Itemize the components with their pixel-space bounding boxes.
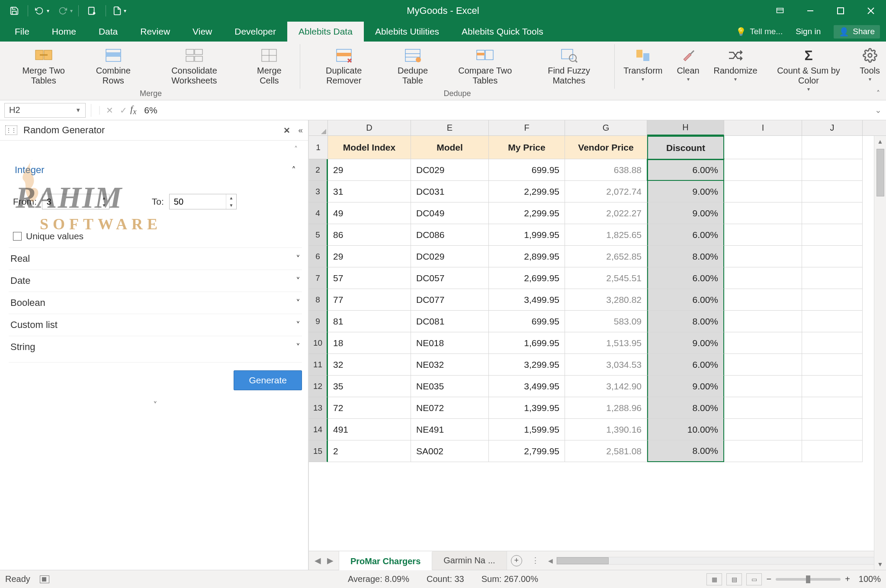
section-string[interactable]: String˅ [9,336,302,358]
cell[interactable]: DC031 [411,181,489,202]
cell[interactable] [724,332,802,354]
save-icon[interactable] [3,0,26,22]
cell[interactable]: 1,599.95 [489,419,565,440]
spin-down-icon[interactable]: ▼ [226,202,236,209]
cell[interactable] [802,289,863,311]
collapse-ribbon-icon[interactable]: ˄ [876,89,880,97]
cell[interactable] [724,136,802,159]
row-header[interactable]: 2 [309,159,328,181]
dedupe-table-button[interactable]: Dedupe Table [383,44,443,89]
cell[interactable] [802,246,863,267]
cell[interactable]: DC077 [411,289,489,311]
row-header[interactable]: 12 [309,376,328,397]
horizontal-scrollbar[interactable]: ◀ ▶ [545,551,886,570]
view-page-layout-icon[interactable]: ▤ [726,573,742,585]
col-header-d[interactable]: D [328,120,411,135]
cell[interactable]: 6.00% [647,289,724,311]
ribbon-display-icon[interactable] [765,0,795,22]
cell[interactable]: 2,299.95 [489,181,565,202]
cell[interactable]: Model [411,136,489,159]
cell[interactable]: 1,825.65 [565,224,647,246]
cell[interactable] [724,159,802,181]
cell[interactable]: Model Index [328,136,411,159]
row-header[interactable]: 11 [309,354,328,376]
cell[interactable] [802,159,863,181]
cell[interactable]: 2,899.95 [489,246,565,267]
macro-record-icon[interactable] [40,575,49,583]
cell[interactable]: Discount [647,136,724,159]
row-header[interactable]: 13 [309,397,328,419]
spin-up-icon[interactable]: ▲ [226,194,236,202]
cell[interactable]: DC049 [411,202,489,224]
cell[interactable]: 35 [328,376,411,397]
vertical-scrollbar[interactable]: ▲ ▼ [874,136,886,570]
cell[interactable]: 3,499.95 [489,289,565,311]
cell[interactable]: 6.00% [647,267,724,289]
cell[interactable]: 9.00% [647,202,724,224]
cell[interactable]: 1,390.16 [565,419,647,440]
share-button[interactable]: 👤 Share [834,25,880,39]
cell[interactable] [802,354,863,376]
to-spinner[interactable]: ▲▼ [169,194,237,209]
view-normal-icon[interactable]: ▦ [706,573,722,585]
cell[interactable]: NE072 [411,397,489,419]
cell[interactable] [802,224,863,246]
cell[interactable]: 9.00% [647,181,724,202]
row-header[interactable]: 7 [309,267,328,289]
cell[interactable]: 18 [328,332,411,354]
cell[interactable]: 1,288.96 [565,397,647,419]
from-spinner[interactable]: ▲▼ [42,194,109,209]
cell[interactable]: 2,022.27 [565,202,647,224]
cell[interactable]: 3,299.95 [489,354,565,376]
tab-ablebits-data[interactable]: Ablebits Data [287,22,364,42]
row-header[interactable]: 3 [309,181,328,202]
count-sum-button[interactable]: ΣCount & Sum by Color▾ [767,44,850,93]
cell[interactable]: 9.00% [647,376,724,397]
row-header[interactable]: 14 [309,419,328,440]
grid[interactable]: 1 Model Index Model My Price Vendor Pric… [309,136,886,551]
cell[interactable]: 57 [328,267,411,289]
zoom-in-icon[interactable]: + [845,574,850,584]
maximize-icon[interactable] [825,0,856,22]
tab-ablebits-quick-tools[interactable]: Ablebits Quick Tools [450,22,555,42]
duplicate-remover-button[interactable]: Duplicate Remover [305,44,383,89]
cell[interactable]: DC057 [411,267,489,289]
row-header[interactable]: 1 [309,136,328,159]
tell-me-search[interactable]: 💡 Tell me... [736,27,783,37]
section-date[interactable]: Date˅ [9,270,302,292]
cell[interactable]: 31 [328,181,411,202]
row-header[interactable]: 5 [309,224,328,246]
cell[interactable]: My Price [489,136,565,159]
transform-button[interactable]: Transform▾ [619,44,667,83]
cell[interactable] [802,136,863,159]
find-fuzzy-matches-button[interactable]: Find Fuzzy Matches [528,44,610,89]
panel-collapse-icon[interactable]: « [298,125,303,135]
cell[interactable] [724,419,802,440]
cell[interactable]: DC029 [411,246,489,267]
cell[interactable]: Vendor Price [565,136,647,159]
cell[interactable]: 8.00% [647,397,724,419]
cell[interactable]: 2,299.95 [489,202,565,224]
cell[interactable] [724,246,802,267]
cell[interactable]: 2,581.08 [565,440,647,462]
select-all-corner[interactable] [309,120,328,135]
compare-two-tables-button[interactable]: Compare Two Tables [442,44,528,89]
undo-icon[interactable]: ▾ [30,0,53,22]
cancel-icon[interactable]: ✕ [103,105,116,116]
cell[interactable]: 81 [328,311,411,332]
cell[interactable] [724,267,802,289]
close-icon[interactable] [856,0,886,22]
name-box-dropdown-icon[interactable]: ▼ [75,107,81,113]
cell[interactable]: 3,142.90 [565,376,647,397]
zoom-control[interactable]: − + 100% [766,574,881,584]
col-header-f[interactable]: F [489,120,565,135]
randomize-button[interactable]: Randomize▾ [709,44,762,83]
cell[interactable]: 1,399.95 [489,397,565,419]
fx-icon[interactable]: fx [130,103,136,116]
cell[interactable]: 2,652.85 [565,246,647,267]
spin-up-icon[interactable]: ▲ [99,194,109,202]
spin-down-icon[interactable]: ▼ [99,202,109,209]
row-header[interactable]: 10 [309,332,328,354]
col-header-j[interactable]: J [802,120,863,135]
cell[interactable] [802,419,863,440]
